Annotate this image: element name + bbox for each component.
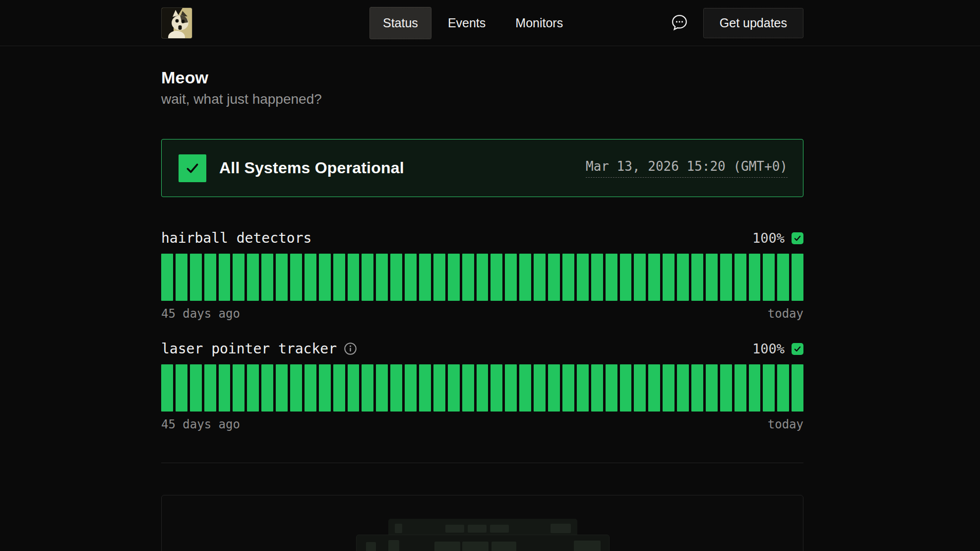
uptime-bar[interactable] <box>720 254 732 301</box>
uptime-bar[interactable] <box>591 254 603 301</box>
uptime-bar[interactable] <box>706 364 718 412</box>
uptime-bar[interactable] <box>233 254 245 301</box>
uptime-bar[interactable] <box>348 364 360 412</box>
uptime-bar[interactable] <box>247 364 259 412</box>
uptime-bar[interactable] <box>448 364 460 412</box>
uptime-bar[interactable] <box>490 364 502 412</box>
uptime-bar[interactable] <box>405 364 417 412</box>
uptime-bar[interactable] <box>433 254 445 301</box>
tab-status[interactable]: Status <box>369 7 431 39</box>
uptime-bar[interactable] <box>577 364 589 412</box>
uptime-bar[interactable] <box>290 254 302 301</box>
uptime-bar[interactable] <box>648 254 660 301</box>
uptime-bar[interactable] <box>691 254 703 301</box>
uptime-bar[interactable] <box>276 254 288 301</box>
get-updates-button[interactable]: Get updates <box>703 8 803 38</box>
uptime-bar[interactable] <box>677 364 689 412</box>
uptime-bar[interactable] <box>606 364 617 412</box>
uptime-bar[interactable] <box>763 254 775 301</box>
uptime-bar[interactable] <box>735 364 746 412</box>
uptime-bar[interactable] <box>477 254 489 301</box>
uptime-bar[interactable] <box>176 254 187 301</box>
uptime-bar[interactable] <box>219 364 231 412</box>
uptime-bar[interactable] <box>462 364 474 412</box>
uptime-bar[interactable] <box>562 364 574 412</box>
uptime-bar[interactable] <box>606 254 617 301</box>
uptime-bar[interactable] <box>419 364 431 412</box>
uptime-bar[interactable] <box>505 254 517 301</box>
uptime-bar[interactable] <box>591 364 603 412</box>
uptime-bar[interactable] <box>376 254 388 301</box>
tab-events[interactable]: Events <box>434 7 499 39</box>
uptime-bar[interactable] <box>190 254 202 301</box>
uptime-bar[interactable] <box>548 254 560 301</box>
uptime-bar[interactable] <box>634 254 646 301</box>
uptime-bar[interactable] <box>276 364 288 412</box>
uptime-bar[interactable] <box>534 254 546 301</box>
uptime-bar[interactable] <box>534 364 546 412</box>
uptime-bar[interactable] <box>333 364 345 412</box>
uptime-bar[interactable] <box>691 364 703 412</box>
uptime-bar[interactable] <box>648 364 660 412</box>
uptime-bar[interactable] <box>749 364 761 412</box>
monitor-section: laser pointer tracker 100% 45 days ago t… <box>161 341 803 431</box>
uptime-bar[interactable] <box>519 364 531 412</box>
uptime-bar[interactable] <box>763 364 775 412</box>
uptime-bar[interactable] <box>348 254 360 301</box>
uptime-bar[interactable] <box>448 254 460 301</box>
uptime-bar[interactable] <box>505 364 517 412</box>
uptime-bar[interactable] <box>390 364 402 412</box>
uptime-bar[interactable] <box>562 254 574 301</box>
uptime-bar[interactable] <box>634 364 646 412</box>
uptime-bar[interactable] <box>749 254 761 301</box>
uptime-bar[interactable] <box>419 254 431 301</box>
uptime-bar[interactable] <box>319 364 331 412</box>
uptime-bar[interactable] <box>390 254 402 301</box>
uptime-bar[interactable] <box>319 254 331 301</box>
uptime-bar[interactable] <box>376 364 388 412</box>
uptime-bar[interactable] <box>620 254 632 301</box>
uptime-bar[interactable] <box>735 254 746 301</box>
uptime-bar[interactable] <box>247 254 259 301</box>
uptime-bar[interactable] <box>777 364 789 412</box>
uptime-bar[interactable] <box>305 254 316 301</box>
uptime-bar[interactable] <box>620 364 632 412</box>
uptime-bar[interactable] <box>161 364 173 412</box>
uptime-bar[interactable] <box>362 364 373 412</box>
uptime-bar[interactable] <box>792 364 803 412</box>
chat-button[interactable] <box>671 14 688 32</box>
uptime-bar[interactable] <box>405 254 417 301</box>
uptime-bar[interactable] <box>333 254 345 301</box>
uptime-bar[interactable] <box>792 254 803 301</box>
uptime-bar[interactable] <box>204 254 216 301</box>
uptime-bar[interactable] <box>433 364 445 412</box>
uptime-bar[interactable] <box>548 364 560 412</box>
uptime-bar[interactable] <box>261 364 273 412</box>
uptime-bar[interactable] <box>663 254 674 301</box>
uptime-bar[interactable] <box>290 364 302 412</box>
uptime-bar[interactable] <box>190 364 202 412</box>
uptime-bar[interactable] <box>519 254 531 301</box>
tab-monitors[interactable]: Monitors <box>502 7 576 39</box>
status-banner-timestamp[interactable]: Mar 13, 2026 15:20 (GMT+0) <box>586 159 788 178</box>
info-icon[interactable] <box>344 342 357 355</box>
uptime-bar[interactable] <box>490 254 502 301</box>
uptime-bar[interactable] <box>362 254 373 301</box>
uptime-bar[interactable] <box>720 364 732 412</box>
uptime-bar[interactable] <box>706 254 718 301</box>
uptime-bar[interactable] <box>219 254 231 301</box>
uptime-bar[interactable] <box>233 364 245 412</box>
uptime-bar[interactable] <box>176 364 187 412</box>
uptime-bar[interactable] <box>777 254 789 301</box>
page-title: Meow <box>161 68 803 87</box>
uptime-bar[interactable] <box>577 254 589 301</box>
site-logo[interactable] <box>161 7 192 39</box>
uptime-bar[interactable] <box>677 254 689 301</box>
uptime-bar[interactable] <box>161 254 173 301</box>
uptime-bar[interactable] <box>663 364 674 412</box>
uptime-bar[interactable] <box>261 254 273 301</box>
uptime-bar[interactable] <box>462 254 474 301</box>
uptime-bar[interactable] <box>204 364 216 412</box>
uptime-bar[interactable] <box>305 364 316 412</box>
uptime-bar[interactable] <box>477 364 489 412</box>
